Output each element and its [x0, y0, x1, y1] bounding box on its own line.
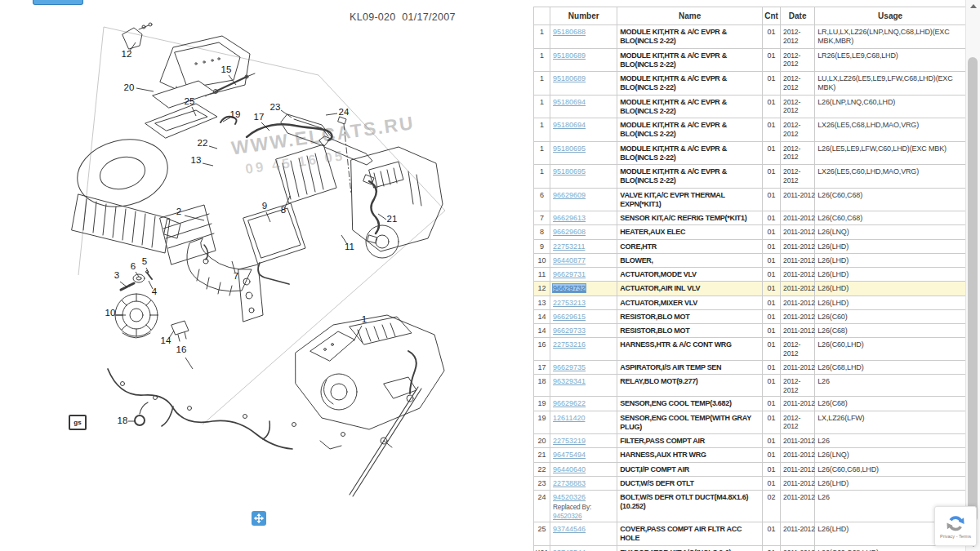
- part-date-cell: 2011-2012: [781, 360, 815, 374]
- row-ref-cell: 10: [534, 253, 550, 267]
- part-number-link[interactable]: 96629609: [553, 191, 586, 199]
- part-count-cell: 01: [763, 165, 781, 189]
- part-usage-cell: L26(C60,C68): [815, 211, 966, 225]
- part-usage-cell: L26(LE5,LE9,LFW,C60,LHD)(EXC MBK): [815, 141, 966, 165]
- part-usage-cell: L26(LHD): [815, 282, 966, 295]
- part-name-cell: VALVE KIT,A/C EVPR THERMAL EXPN(*KIT1): [617, 188, 763, 211]
- part-usage-cell: L26(LHD): [815, 268, 966, 282]
- part-date-cell: 2012- 2012: [781, 411, 815, 434]
- pan-tool-button[interactable]: [252, 511, 266, 526]
- table-row: 195180695MODULE KIT,HTR & A/C EVPR & BLO…: [534, 141, 966, 165]
- exploded-diagram: WWW.ELCATS.RU 09 45 16 05: [0, 0, 531, 551]
- part-date-cell: 2012- 2012: [781, 118, 815, 142]
- row-ref-cell: 19: [534, 411, 550, 434]
- row-ref-cell: 1: [534, 95, 550, 118]
- part-count-cell: 01: [763, 338, 781, 360]
- part-date-cell: 2011-2012: [781, 448, 815, 462]
- part-number-link[interactable]: 95180694: [553, 98, 586, 106]
- scrollbar-thumb[interactable]: [968, 57, 978, 522]
- part-number-link[interactable]: 96629733: [553, 327, 586, 335]
- recaptcha-badge[interactable]: Privacy - Terms: [934, 506, 977, 546]
- row-ref-cell: 24: [534, 491, 550, 522]
- part-number-cell: 96629735: [550, 360, 617, 374]
- diagram-corner-badge: gs: [69, 415, 87, 430]
- part-usage-cell: L26(LHD): [815, 253, 966, 267]
- part-number-link[interactable]: 95180694: [553, 121, 586, 129]
- part-number-link[interactable]: 22753216: [553, 340, 586, 349]
- part-number-link[interactable]: 96629613: [553, 214, 586, 222]
- part-number-link[interactable]: 93743544: [553, 549, 586, 551]
- replaced-by-link[interactable]: 94520326: [553, 512, 581, 520]
- part-number-link[interactable]: 22753211: [553, 242, 585, 251]
- part-number-link[interactable]: 95180689: [553, 74, 586, 82]
- callout-number: 7: [234, 271, 238, 281]
- part-usage-cell: L26(C68): [815, 324, 966, 338]
- part-usage-cell: L26(C60,LHD): [815, 338, 966, 360]
- part-count-cell: 01: [763, 72, 781, 96]
- vertical-scrollbar[interactable]: [965, 0, 980, 551]
- part-date-cell: 2011-2012: [781, 522, 815, 546]
- part-usage-cell: L26(LHD): [815, 476, 966, 490]
- part-count-cell: 01: [763, 268, 781, 282]
- callout-leader-line: [185, 358, 193, 369]
- part-date-cell: 2011-2012: [781, 434, 815, 448]
- part-date-cell: 2011-2012: [781, 211, 815, 225]
- part-usage-cell: L26: [815, 434, 966, 448]
- part-number-link[interactable]: 96629608: [553, 228, 586, 236]
- callout-number: 19: [230, 109, 241, 119]
- callout-leader-line: [203, 163, 213, 166]
- part-number-link[interactable]: 96629731: [553, 270, 586, 278]
- part-number-link[interactable]: 95180695: [553, 144, 586, 153]
- row-ref-cell: 17: [534, 360, 550, 374]
- table-row: 1296629732ACTUATOR,AIR INL VLV012011-201…: [534, 282, 966, 295]
- callout-number: 14: [161, 335, 172, 345]
- part-number-link[interactable]: 96329341: [553, 377, 586, 385]
- part-count-cell: 01: [763, 309, 781, 323]
- part-number-link[interactable]: 94520326: [553, 493, 586, 501]
- callout-number: 21: [387, 214, 398, 224]
- row-ref-cell: 14: [534, 309, 550, 323]
- row-ref-cell: 9: [534, 239, 550, 253]
- part-number-link[interactable]: 12611420: [553, 414, 585, 422]
- part-number-cell: 22753211: [550, 239, 617, 253]
- part-number-cell: 96629608: [550, 225, 617, 239]
- header-usage: Usage: [815, 7, 966, 25]
- table-row: 896629608HEATER,AUX ELEC012011-2012L26(L…: [534, 225, 966, 239]
- part-number-cell: 95180694: [550, 95, 617, 118]
- part-number-link[interactable]: 95180689: [553, 51, 586, 60]
- part-usage-cell: L26(LHD): [815, 239, 966, 253]
- part-number-cell: 95180688: [550, 25, 617, 49]
- part-number-link[interactable]: 22753213: [553, 299, 586, 307]
- row-ref-cell: 19: [534, 397, 550, 411]
- callout-number: 22: [198, 138, 208, 148]
- callout-number: 24: [339, 107, 350, 117]
- part-number-link[interactable]: 95180688: [553, 28, 586, 36]
- part-number-link[interactable]: 96475494: [553, 451, 586, 459]
- part-number-link[interactable]: 96629615: [553, 313, 586, 321]
- part-number-link[interactable]: 96440640: [553, 465, 586, 473]
- part-number-link[interactable]: 93744546: [553, 525, 586, 533]
- part-number-link[interactable]: 22753219: [553, 437, 586, 445]
- part-date-cell: 2011-2012: [781, 397, 815, 411]
- table-row: 2593744546COVER,PASS COMPT AIR FLTR ACC …: [534, 522, 966, 546]
- table-row: 1622753216HARNESS,HTR & A/C CONT WRG0120…: [534, 338, 966, 360]
- callout-number: 5: [142, 256, 147, 266]
- replaced-by-label: Replaced By:: [553, 503, 591, 511]
- part-count-cell: 01: [763, 462, 781, 476]
- part-number-link[interactable]: 96440877: [553, 256, 586, 264]
- part-number-link[interactable]: 95180695: [553, 167, 586, 176]
- table-row: 1896329341RELAY,BLO MOT(9.277)012012- 20…: [534, 374, 966, 396]
- scroll-up-button[interactable]: [966, 0, 980, 12]
- recaptcha-privacy-terms[interactable]: Privacy - Terms: [940, 534, 971, 539]
- table-row: 696629609VALVE KIT,A/C EVPR THERMAL EXPN…: [534, 188, 966, 211]
- part-usage-cell: L26(LNQ): [815, 225, 966, 239]
- part-name-cell: MODULE KIT,HTR & A/C EVPR & BLO(INCLS 2-…: [617, 25, 763, 49]
- part-number-link[interactable]: 96629735: [553, 363, 586, 371]
- move-arrows-icon: [253, 513, 265, 524]
- part-number-cell: 95180695: [550, 165, 617, 189]
- part-number-link[interactable]: 22738883: [553, 479, 586, 487]
- callout-layer: 1220152519172324221329871121136541014161…: [105, 42, 398, 425]
- part-number-link[interactable]: 96629622: [553, 399, 586, 407]
- part-number-link[interactable]: 96629732: [553, 284, 586, 292]
- parts-table: Number Name Cnt Date Usage 195180688MODU…: [533, 7, 966, 551]
